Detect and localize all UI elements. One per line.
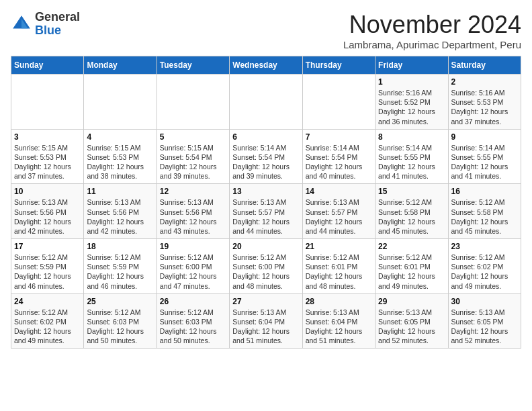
day-info: Sunrise: 5:12 AMSunset: 6:00 PMDaylight:… [232, 253, 299, 291]
day-number: 18 [87, 242, 153, 251]
day-info: Sunrise: 5:12 AMSunset: 6:03 PMDaylight:… [160, 308, 226, 346]
day-number: 17 [14, 242, 81, 251]
calendar-cell: 21Sunrise: 5:12 AMSunset: 6:01 PMDayligh… [302, 239, 375, 294]
day-number: 23 [451, 242, 518, 251]
calendar-cell: 16Sunrise: 5:12 AMSunset: 5:58 PMDayligh… [448, 184, 521, 239]
calendar-table: SundayMondayTuesdayWednesdayThursdayFrid… [11, 56, 521, 349]
calendar-day-header: Saturday [448, 56, 521, 75]
day-info: Sunrise: 5:14 AMSunset: 5:54 PMDaylight:… [232, 143, 299, 181]
day-number: 2 [451, 77, 518, 87]
calendar-cell: 23Sunrise: 5:12 AMSunset: 6:02 PMDayligh… [448, 239, 521, 294]
day-info: Sunrise: 5:13 AMSunset: 6:04 PMDaylight:… [232, 308, 299, 346]
calendar-cell: 26Sunrise: 5:12 AMSunset: 6:03 PMDayligh… [157, 293, 229, 349]
title-block: November 2024 Lambrama, Apurimac Departm… [343, 11, 521, 50]
day-number: 1 [378, 77, 445, 87]
day-info: Sunrise: 5:12 AMSunset: 5:58 PMDaylight:… [378, 197, 445, 236]
day-number: 3 [14, 132, 81, 142]
day-number: 22 [378, 242, 445, 251]
day-number: 25 [87, 297, 153, 306]
day-number: 30 [451, 297, 518, 306]
day-info: Sunrise: 5:14 AMSunset: 5:54 PMDaylight:… [306, 143, 372, 181]
calendar-day-header: Monday [84, 56, 157, 75]
day-number: 5 [160, 132, 226, 142]
calendar-cell: 2Sunrise: 5:16 AMSunset: 5:53 PMDaylight… [448, 75, 521, 130]
day-number: 7 [306, 132, 372, 142]
day-info: Sunrise: 5:13 AMSunset: 5:56 PMDaylight:… [87, 197, 153, 236]
logo: General Blue [11, 11, 80, 38]
day-number: 15 [378, 187, 445, 196]
day-info: Sunrise: 5:14 AMSunset: 5:55 PMDaylight:… [378, 143, 445, 181]
calendar-cell: 28Sunrise: 5:13 AMSunset: 6:04 PMDayligh… [302, 293, 375, 349]
calendar-cell: 20Sunrise: 5:12 AMSunset: 6:00 PMDayligh… [230, 239, 302, 294]
day-number: 26 [160, 297, 226, 306]
calendar-week-row: 10Sunrise: 5:13 AMSunset: 5:56 PMDayligh… [11, 184, 521, 239]
logo-text: General Blue [35, 11, 80, 38]
day-number: 6 [232, 132, 299, 142]
calendar-cell: 14Sunrise: 5:13 AMSunset: 5:57 PMDayligh… [302, 184, 375, 239]
calendar-cell: 10Sunrise: 5:13 AMSunset: 5:56 PMDayligh… [11, 184, 84, 239]
calendar-day-header: Tuesday [157, 56, 229, 75]
day-info: Sunrise: 5:13 AMSunset: 5:57 PMDaylight:… [232, 197, 299, 236]
calendar-cell: 12Sunrise: 5:13 AMSunset: 5:56 PMDayligh… [157, 184, 229, 239]
calendar-day-header: Thursday [302, 56, 375, 75]
day-number: 24 [14, 297, 81, 306]
day-info: Sunrise: 5:13 AMSunset: 6:04 PMDaylight:… [306, 308, 372, 346]
calendar-cell: 17Sunrise: 5:12 AMSunset: 5:59 PMDayligh… [11, 239, 84, 294]
calendar-week-row: 17Sunrise: 5:12 AMSunset: 5:59 PMDayligh… [11, 239, 521, 294]
calendar-cell: 1Sunrise: 5:16 AMSunset: 5:52 PMDaylight… [375, 75, 448, 130]
calendar-week-row: 24Sunrise: 5:12 AMSunset: 6:02 PMDayligh… [11, 293, 521, 349]
day-info: Sunrise: 5:12 AMSunset: 5:59 PMDaylight:… [87, 253, 153, 291]
day-number: 10 [14, 187, 81, 196]
calendar-cell: 24Sunrise: 5:12 AMSunset: 6:02 PMDayligh… [11, 293, 84, 349]
svg-marker-1 [21, 19, 28, 28]
calendar-cell: 15Sunrise: 5:12 AMSunset: 5:58 PMDayligh… [375, 184, 448, 239]
day-number: 29 [378, 297, 445, 306]
day-info: Sunrise: 5:16 AMSunset: 5:52 PMDaylight:… [378, 88, 445, 126]
day-info: Sunrise: 5:12 AMSunset: 6:03 PMDaylight:… [87, 308, 153, 346]
calendar-cell: 5Sunrise: 5:15 AMSunset: 5:54 PMDaylight… [157, 129, 229, 184]
day-number: 13 [232, 187, 299, 196]
calendar-cell: 11Sunrise: 5:13 AMSunset: 5:56 PMDayligh… [84, 184, 157, 239]
calendar-cell [302, 75, 375, 130]
day-info: Sunrise: 5:12 AMSunset: 6:01 PMDaylight:… [378, 253, 445, 291]
day-info: Sunrise: 5:12 AMSunset: 6:01 PMDaylight:… [306, 253, 372, 291]
calendar-cell: 19Sunrise: 5:12 AMSunset: 6:00 PMDayligh… [157, 239, 229, 294]
day-info: Sunrise: 5:12 AMSunset: 5:58 PMDaylight:… [451, 197, 518, 236]
day-info: Sunrise: 5:12 AMSunset: 6:02 PMDaylight:… [14, 308, 81, 346]
day-number: 12 [160, 187, 226, 196]
logo-icon [11, 13, 32, 35]
day-info: Sunrise: 5:16 AMSunset: 5:53 PMDaylight:… [451, 88, 518, 126]
day-number: 16 [451, 187, 518, 196]
calendar-cell: 29Sunrise: 5:13 AMSunset: 6:05 PMDayligh… [375, 293, 448, 349]
page-title: November 2024 [343, 11, 521, 39]
calendar-cell: 7Sunrise: 5:14 AMSunset: 5:54 PMDaylight… [302, 129, 375, 184]
calendar-cell: 22Sunrise: 5:12 AMSunset: 6:01 PMDayligh… [375, 239, 448, 294]
calendar-day-header: Friday [375, 56, 448, 75]
calendar-day-header: Wednesday [230, 56, 302, 75]
day-number: 28 [306, 297, 372, 306]
calendar-week-row: 1Sunrise: 5:16 AMSunset: 5:52 PMDaylight… [11, 75, 521, 130]
day-info: Sunrise: 5:13 AMSunset: 5:57 PMDaylight:… [306, 197, 372, 236]
calendar-cell: 3Sunrise: 5:15 AMSunset: 5:53 PMDaylight… [11, 129, 84, 184]
day-info: Sunrise: 5:15 AMSunset: 5:53 PMDaylight:… [87, 143, 153, 181]
day-number: 19 [160, 242, 226, 251]
calendar-cell [157, 75, 229, 130]
day-info: Sunrise: 5:12 AMSunset: 6:00 PMDaylight:… [160, 253, 226, 291]
day-info: Sunrise: 5:15 AMSunset: 5:54 PMDaylight:… [160, 143, 226, 181]
calendar-cell: 4Sunrise: 5:15 AMSunset: 5:53 PMDaylight… [84, 129, 157, 184]
page-subtitle: Lambrama, Apurimac Department, Peru [343, 39, 521, 50]
calendar-cell: 27Sunrise: 5:13 AMSunset: 6:04 PMDayligh… [230, 293, 302, 349]
day-info: Sunrise: 5:12 AMSunset: 5:59 PMDaylight:… [14, 253, 81, 291]
day-info: Sunrise: 5:12 AMSunset: 6:02 PMDaylight:… [451, 253, 518, 291]
calendar-week-row: 3Sunrise: 5:15 AMSunset: 5:53 PMDaylight… [11, 129, 521, 184]
calendar-cell: 8Sunrise: 5:14 AMSunset: 5:55 PMDaylight… [375, 129, 448, 184]
calendar-cell: 25Sunrise: 5:12 AMSunset: 6:03 PMDayligh… [84, 293, 157, 349]
day-info: Sunrise: 5:15 AMSunset: 5:53 PMDaylight:… [14, 143, 81, 181]
day-info: Sunrise: 5:13 AMSunset: 5:56 PMDaylight:… [14, 197, 81, 236]
day-info: Sunrise: 5:13 AMSunset: 5:56 PMDaylight:… [160, 197, 226, 236]
day-number: 4 [87, 132, 153, 142]
calendar-cell: 6Sunrise: 5:14 AMSunset: 5:54 PMDaylight… [230, 129, 302, 184]
calendar-cell [84, 75, 157, 130]
day-number: 8 [378, 132, 445, 142]
day-info: Sunrise: 5:13 AMSunset: 6:05 PMDaylight:… [451, 308, 518, 346]
